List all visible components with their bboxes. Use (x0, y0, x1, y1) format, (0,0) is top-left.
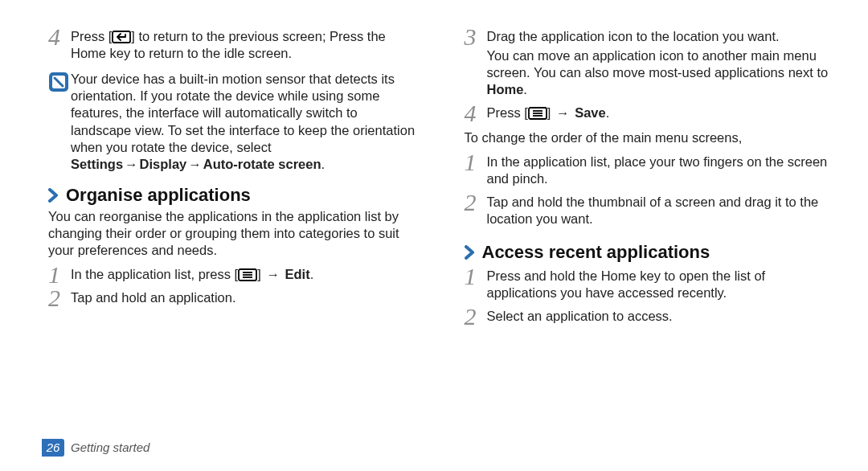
chevron-icon (465, 245, 476, 260)
step-number: 1 (465, 265, 487, 287)
step-body: Drag the application icon to the locatio… (487, 27, 837, 100)
intro-change-order: To change the order of the main menu scr… (465, 129, 837, 146)
arrow-icon: → (266, 267, 280, 281)
note-orientation: Your device has a built-in motion sensor… (48, 71, 420, 173)
columns: 4 Press [] to return to the previous scr… (48, 24, 836, 331)
chevron-icon (48, 188, 59, 203)
step-body: Press and hold the Home key to open the … (487, 267, 837, 304)
note-icon (48, 72, 71, 96)
step-text: Press [] → Save. (487, 104, 837, 121)
menu-key-icon (528, 107, 547, 120)
order-step-2-drag: 2 Tap and hold the thumbnail of a screen… (465, 193, 837, 230)
section-name: Getting started (71, 440, 149, 455)
text: You can move an application icon to anot… (487, 48, 829, 80)
arrow-icon: → (556, 105, 570, 120)
text: . (606, 105, 610, 120)
step-number: 2 (465, 305, 487, 327)
bold-text: Edit (285, 267, 309, 281)
step-number: 1 (48, 264, 71, 285)
step-text: In the application list, press [] → Edit… (71, 266, 420, 283)
text: Your device has a built-in motion sensor… (71, 72, 415, 154)
page-footer: 26 Getting started (42, 439, 149, 457)
text: In the application list, press [ (71, 267, 238, 281)
step-text: Select an application to access. (487, 308, 837, 325)
step-text: Tap and hold the thumbnail of a screen a… (487, 194, 837, 227)
page-number: 26 (42, 439, 64, 457)
step-text: Tap and hold an application. (71, 289, 420, 306)
text: ] (257, 267, 264, 281)
heading-text: Organise applications (66, 184, 251, 207)
step-number: 4 (48, 26, 71, 47)
intro-paragraph: You can reorganise the applications in t… (48, 208, 420, 259)
access-step-1: 1 Press and hold the Home key to open th… (465, 267, 837, 304)
step-number: 2 (48, 287, 71, 309)
bold-text: Save (575, 105, 606, 120)
right-column: 3 Drag the application icon to the locat… (465, 24, 837, 331)
menu-key-icon (238, 268, 257, 281)
text: Press [ (71, 29, 112, 43)
arrow-icon: → (188, 157, 202, 171)
arrow-icon: → (125, 157, 138, 171)
document-page: 4 Press [] to return to the previous scr… (0, 0, 868, 471)
step-body: Select an application to access. (487, 307, 837, 327)
step-text: Press [] to return to the previous scree… (71, 28, 420, 62)
step-text: Press and hold the Home key to open the … (487, 268, 837, 301)
bold-text: Settings (71, 157, 123, 171)
text: . (310, 267, 314, 281)
text: Press [ (487, 105, 528, 120)
step-text: Drag the application icon to the locatio… (487, 28, 837, 45)
step-body: In the application list, place your two … (487, 153, 837, 190)
access-step-2: 2 Select an application to access. (465, 307, 837, 327)
text: . (523, 82, 527, 96)
heading-access-recent: Access recent applications (465, 241, 837, 264)
step-body: Tap and hold the thumbnail of a screen a… (487, 193, 837, 230)
step-body: Tap and hold an application. (71, 289, 420, 309)
step-4-return: 4 Press [] to return to the previous scr… (48, 27, 420, 64)
step-1-edit: 1 In the application list, press [] → Ed… (48, 265, 420, 285)
text: ] (547, 105, 555, 120)
left-column: 4 Press [] to return to the previous scr… (48, 24, 420, 331)
back-key-icon (112, 31, 131, 43)
step-4-save: 4 Press [] → Save. (465, 104, 837, 124)
bold-text: Display (140, 157, 187, 171)
step-text: In the application list, place your two … (487, 154, 837, 187)
bold-text: Home (487, 82, 524, 96)
step-text: You can move an application icon to anot… (487, 47, 837, 98)
heading-text: Access recent applications (482, 241, 710, 264)
order-step-1-pinch: 1 In the application list, place your tw… (465, 153, 837, 190)
step-body: Press [] → Save. (487, 104, 837, 124)
step-body: Press [] to return to the previous scree… (71, 27, 420, 64)
step-2-tap-hold: 2 Tap and hold an application. (48, 289, 420, 309)
heading-organise-applications: Organise applications (48, 184, 420, 207)
step-3-drag: 3 Drag the application icon to the locat… (465, 27, 837, 100)
bold-text: Auto-rotate screen (203, 157, 321, 171)
note-body: Your device has a built-in motion sensor… (71, 71, 420, 173)
step-number: 1 (465, 151, 487, 173)
step-number: 2 (465, 191, 487, 213)
text: . (321, 157, 326, 171)
step-number: 4 (465, 102, 487, 124)
step-number: 3 (465, 26, 487, 47)
step-body: In the application list, press [] → Edit… (71, 265, 420, 285)
